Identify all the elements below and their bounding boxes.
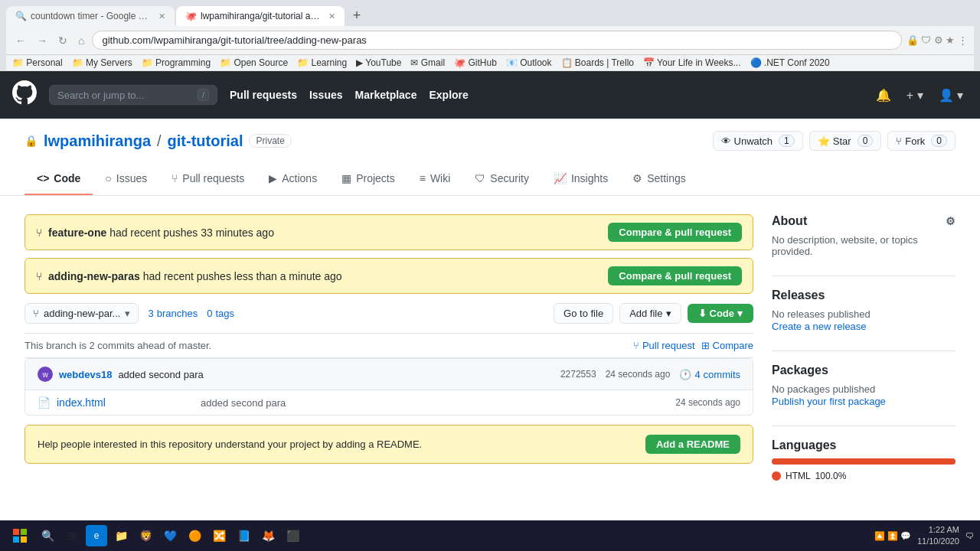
code-dropdown-button[interactable]: ⬇ Code ▾ <box>688 304 754 323</box>
file-table: w webdevs18 added second para 2272553 24… <box>24 358 753 416</box>
tab-code[interactable]: <> Code <box>24 163 93 195</box>
commit-author[interactable]: webdevs18 <box>59 369 112 380</box>
gear-icon[interactable]: ⚙ <box>946 215 956 227</box>
bookmark-learning[interactable]: 📁 Learning <box>297 57 347 68</box>
browser-tab-1[interactable]: 🔍 countdown timer - Google Search ✕ <box>6 6 175 26</box>
profile-button[interactable]: 👤 ▾ <box>934 86 968 104</box>
branch-icon-1: ⑂ <box>36 227 42 239</box>
address-bar[interactable]: github.com/lwpamihiranga/git-tutorial/tr… <box>92 31 901 50</box>
compare-link-icon: ⊞ <box>701 340 710 351</box>
bookmark-personal[interactable]: 📁 Personal <box>12 57 63 68</box>
nav-explore[interactable]: Explore <box>429 89 468 101</box>
tab-pull-requests[interactable]: ⑂ Pull requests <box>159 163 256 195</box>
bookmark-youtube[interactable]: ▶ YouTube <box>356 57 401 68</box>
bookmark-programming[interactable]: 📁 Programming <box>142 57 211 68</box>
language-name: HTML <box>786 471 811 481</box>
create-release-link[interactable]: Create a new release <box>772 321 867 332</box>
back-button[interactable]: ← <box>12 33 29 48</box>
packages-title-text: Packages <box>772 364 828 377</box>
file-icon: 📄 <box>38 396 51 409</box>
nav-pull-requests[interactable]: Pull requests <box>230 89 297 101</box>
watch-button[interactable]: 👁 Unwatch 1 <box>713 131 803 151</box>
push-alert-2-message: adding-new-paras had recent pushes less … <box>48 270 342 282</box>
add-file-label: Add file <box>629 308 662 319</box>
tab-issues[interactable]: ○ Issues <box>93 163 159 195</box>
sidebar-divider-2 <box>772 350 956 351</box>
reload-button[interactable]: ↻ <box>55 33 70 48</box>
push-alert-1-message: feature-one had recent pushes 33 minutes… <box>48 227 274 239</box>
tab-close-1[interactable]: ✕ <box>158 11 165 21</box>
fork-button[interactable]: ⑂ Fork 0 <box>887 131 956 151</box>
publish-package-link[interactable]: Publish your first package <box>772 396 886 407</box>
tab-projects[interactable]: ▦ Projects <box>329 163 407 195</box>
commit-hash: 2272553 <box>560 369 596 380</box>
code-caret: ▾ <box>737 308 743 319</box>
tab-close-2[interactable]: ✕ <box>328 11 335 21</box>
bookmark-dotnet[interactable]: 🔵 .NET Conf 2020 <box>750 57 830 68</box>
compare-link-label: Compare <box>713 340 753 351</box>
extensions-area: 🔒 🛡 ⚙ ★ ⋮ <box>906 34 968 46</box>
sidebar: About ⚙ No description, website, or topi… <box>772 214 956 500</box>
language-bar <box>772 458 956 465</box>
goto-file-button[interactable]: Go to file <box>554 303 613 324</box>
watch-count: 1 <box>779 135 795 147</box>
push-alert-2-branch: adding-new-paras <box>48 270 140 282</box>
bookmark-life-weeks[interactable]: 📅 Your Life in Weeks... <box>643 57 741 68</box>
tab-wiki[interactable]: ≡ Wiki <box>407 163 463 195</box>
star-button[interactable]: ⭐ Star 0 <box>809 131 882 151</box>
commit-time: 24 seconds ago <box>606 369 671 380</box>
commits-count-link[interactable]: 🕐 4 commits <box>679 369 740 380</box>
readme-text: Help people interested in this repositor… <box>38 439 422 450</box>
browser-tab-2[interactable]: 🐙 lwpamihiranga/git-tutorial at add... ✕ <box>176 6 345 26</box>
new-button[interactable]: + ▾ <box>902 86 928 104</box>
new-tab-button[interactable]: + <box>346 5 368 26</box>
insights-tab-label: Insights <box>571 172 608 184</box>
repo-tabs: <> Code ○ Issues ⑂ Pull requests ▶ Actio… <box>0 163 980 196</box>
tab-security[interactable]: 🛡 Security <box>462 163 541 195</box>
bookmark-servers[interactable]: 📁 My Servers <box>72 57 132 68</box>
bookmark-gmail[interactable]: ✉ Gmail <box>410 57 445 68</box>
nav-issues[interactable]: Issues <box>309 89 343 101</box>
forward-button[interactable]: → <box>34 33 51 48</box>
pull-request-link[interactable]: ⑂ Pull request <box>633 340 695 351</box>
repo-owner-link[interactable]: lwpamihiranga <box>44 132 151 150</box>
bookmark-outlook[interactable]: 📧 Outlook <box>506 57 552 68</box>
compare-pull-request-btn-1[interactable]: Compare & pull request <box>608 223 742 242</box>
about-section: About ⚙ No description, website, or topi… <box>772 214 956 257</box>
about-description: No description, website, or topics provi… <box>772 234 956 257</box>
file-name-link[interactable]: index.html <box>57 396 194 409</box>
home-button[interactable]: ⌂ <box>75 33 87 48</box>
releases-section: Releases No releases published Create a … <box>772 289 956 332</box>
compare-pull-request-btn-2[interactable]: Compare & pull request <box>608 266 742 285</box>
nav-marketplace[interactable]: Marketplace <box>355 89 417 101</box>
releases-title: Releases <box>772 289 956 302</box>
branches-link[interactable]: 3 branches <box>148 308 198 319</box>
bookmark-opensource[interactable]: 📁 Open Source <box>220 57 288 68</box>
branches-label: branches <box>157 308 198 319</box>
github-logo[interactable] <box>12 80 37 109</box>
bookmark-trello[interactable]: 📋 Boards | Trello <box>561 57 634 68</box>
search-box[interactable]: Search or jump to... / <box>49 85 217 105</box>
tab-settings[interactable]: ⚙ Settings <box>620 163 698 195</box>
push-alert-1-text: ⑂ feature-one had recent pushes 33 minut… <box>36 227 274 239</box>
add-readme-button[interactable]: Add a README <box>645 435 740 454</box>
search-shortcut: / <box>198 89 209 101</box>
fork-icon: ⑂ <box>896 135 902 147</box>
tags-count: 0 <box>207 308 212 319</box>
add-file-dropdown[interactable]: Add file ▾ <box>619 303 681 324</box>
file-message: added second para <box>201 397 669 409</box>
wiki-tab-label: Wiki <box>430 172 450 184</box>
repo-name-link[interactable]: git-tutorial <box>168 132 243 150</box>
branch-selector[interactable]: ⑂ adding-new-par... ▾ <box>24 303 139 324</box>
compare-link[interactable]: ⊞ Compare <box>701 340 753 351</box>
tab-actions[interactable]: ▶ Actions <box>256 163 329 195</box>
tab-insights[interactable]: 📈 Insights <box>541 163 620 195</box>
add-file-caret: ▾ <box>666 308 671 319</box>
push-alert-2: ⑂ adding-new-paras had recent pushes les… <box>24 258 753 294</box>
notifications-button[interactable]: 🔔 <box>871 86 896 104</box>
star-label: Star <box>833 135 851 147</box>
push-alert-1-suffix: had recent pushes 33 minutes ago <box>109 227 274 239</box>
bookmark-github[interactable]: 🐙 GitHub <box>454 57 497 68</box>
branches-count: 3 <box>148 308 153 319</box>
tags-link[interactable]: 0 tags <box>207 308 234 319</box>
